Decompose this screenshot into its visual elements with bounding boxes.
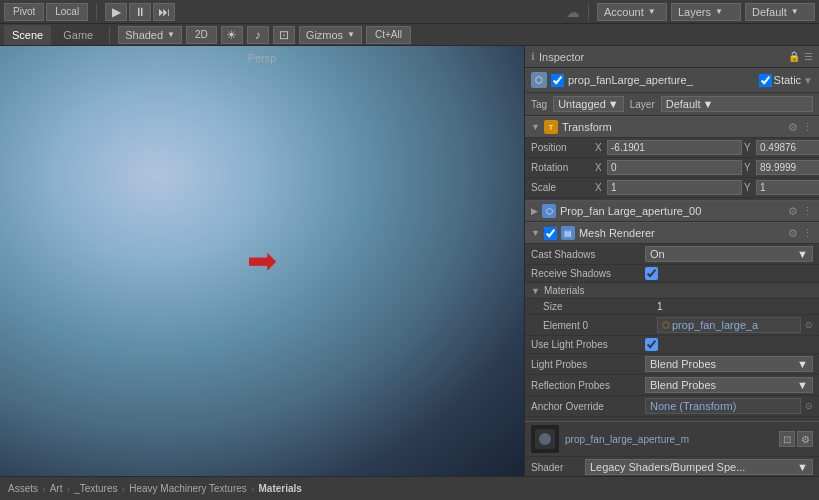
light-probes-dropdown[interactable]: Blend Probes ▼ (645, 356, 813, 372)
asset-settings-button[interactable]: ⚙ (797, 431, 813, 447)
reflection-probes-row: Reflection Probes Blend Probes ▼ (525, 375, 819, 396)
mesh-renderer-dots-icon[interactable]: ⋮ (802, 227, 813, 240)
tag-dropdown-arrow-icon: ▼ (608, 98, 619, 110)
breadcrumb-heavy[interactable]: Heavy Machinery Textures (129, 483, 247, 494)
cast-shadows-dropdown[interactable]: On ▼ (645, 246, 813, 262)
layer-dropdown[interactable]: Default ▼ (661, 96, 813, 112)
object-active-checkbox[interactable] (551, 74, 564, 87)
transform-gear-icon[interactable]: ⚙ (788, 121, 798, 134)
tab-scene[interactable]: Scene (4, 25, 51, 45)
bottom-bar: Assets › Art › _Textures › Heavy Machine… (0, 476, 819, 500)
breadcrumb-textures[interactable]: _Textures (74, 483, 117, 494)
transform-dots-icon[interactable]: ⋮ (802, 121, 813, 134)
prop-fan-icon: ⬡ (542, 204, 556, 218)
mesh-renderer-gear-icon[interactable]: ⚙ (788, 227, 798, 240)
playback-controls: ▶ ⏸ ⏭ (105, 3, 175, 21)
prop-fan-gear-icon[interactable]: ⚙ (788, 205, 798, 218)
materials-toggle-icon[interactable]: ▼ (531, 286, 540, 296)
step-button[interactable]: ⏭ (153, 3, 175, 21)
mesh-renderer-header: ▼ ▤ Mesh Renderer ⚙ ⋮ (525, 222, 819, 244)
default-arrow-icon: ▼ (791, 7, 799, 16)
asset-name[interactable]: prop_fan_large_aperture_m (565, 434, 773, 445)
play-button[interactable]: ▶ (105, 3, 127, 21)
cast-shadows-label: Cast Shadows (531, 249, 641, 260)
inspector-lock-icon[interactable]: 🔒 (788, 51, 800, 62)
size-label: Size (543, 301, 653, 312)
layers-arrow-icon: ▼ (715, 7, 723, 16)
use-light-probes-checkbox[interactable] (645, 338, 658, 351)
fx-icon[interactable]: ⊡ (273, 26, 295, 44)
light-icon[interactable]: ☀ (221, 26, 243, 44)
inspector-menu-icon[interactable]: ☰ (804, 51, 813, 62)
object-header: ⬡ prop_fanLarge_aperture_ Static ▼ (525, 68, 819, 93)
all-button[interactable]: Ct+All (366, 26, 411, 44)
static-checkbox[interactable] (759, 74, 772, 87)
scale-x-input[interactable] (607, 180, 742, 195)
mesh-renderer-icon: ▤ (561, 226, 575, 240)
inspector-info-icon: ℹ (531, 51, 535, 62)
breadcrumb-assets[interactable]: Assets (8, 483, 38, 494)
scale-xyz: X Y Z (595, 180, 819, 195)
scale-row: Scale X Y Z (525, 178, 819, 198)
default-dropdown[interactable]: Default ▼ (745, 3, 815, 21)
rotation-y-label: Y (744, 162, 754, 173)
pause-button[interactable]: ⏸ (129, 3, 151, 21)
breadcrumb-materials[interactable]: Materials (259, 483, 302, 494)
reflection-probes-dropdown[interactable]: Blend Probes ▼ (645, 377, 813, 393)
static-arrow-icon[interactable]: ▼ (803, 75, 813, 86)
account-arrow-icon: ▼ (648, 7, 656, 16)
scale-y-field: Y (744, 180, 819, 195)
shaded-dropdown[interactable]: Shaded ▼ (118, 26, 182, 44)
scale-label: Scale (531, 182, 591, 193)
position-x-input[interactable] (607, 140, 742, 155)
transform-toggle-icon[interactable]: ▼ (531, 122, 540, 132)
audio-icon[interactable]: ♪ (247, 26, 269, 44)
anchor-override-row: Anchor Override None (Transform) ⊙ (525, 396, 819, 417)
gizmos-dropdown[interactable]: Gizmos ▼ (299, 26, 362, 44)
position-xyz: X Y Z (595, 140, 819, 155)
receive-shadows-checkbox[interactable] (645, 267, 658, 280)
object-icon: ⬡ (531, 72, 547, 88)
prop-fan-dots-icon[interactable]: ⋮ (802, 205, 813, 218)
anchor-override-ref[interactable]: None (Transform) (645, 398, 801, 414)
element0-ref[interactable]: ⬡ prop_fan_large_a (657, 317, 801, 333)
tab-game[interactable]: Game (55, 25, 101, 45)
mesh-renderer-toggle-icon[interactable]: ▼ (531, 228, 540, 238)
rotation-y-field: Y (744, 160, 819, 175)
scale-y-input[interactable] (756, 180, 819, 195)
shader-dropdown[interactable]: Legacy Shaders/Bumped Spe... ▼ (585, 459, 813, 475)
position-y-field: Y (744, 140, 819, 155)
shader-arrow-icon: ▼ (797, 461, 808, 473)
separator3 (109, 26, 110, 44)
anchor-override-circle-icon[interactable]: ⊙ (805, 401, 813, 411)
2d-button[interactable]: 2D (186, 26, 217, 44)
tag-dropdown[interactable]: Untagged ▼ (553, 96, 624, 112)
scale-x-label: X (595, 182, 605, 193)
receive-shadows-label: Receive Shadows (531, 268, 641, 279)
separator1 (96, 3, 97, 21)
mesh-renderer-active-checkbox[interactable] (544, 227, 557, 240)
reflection-probes-arrow-icon: ▼ (797, 379, 808, 391)
view-toolbar: Scene Game Shaded ▼ 2D ☀ ♪ ⊡ Gizmos ▼ Ct… (0, 24, 819, 46)
breadcrumb-sep3: › (122, 483, 126, 495)
position-x-field: X (595, 140, 742, 155)
element0-ref-icon: ⬡ (662, 320, 670, 330)
rotation-y-input[interactable] (756, 160, 819, 175)
local-button[interactable]: Local (46, 3, 88, 21)
position-y-input[interactable] (756, 140, 819, 155)
element0-circle-icon[interactable]: ⊙ (805, 320, 813, 330)
asset-select-button[interactable]: ⊡ (779, 431, 795, 447)
rotation-label: Rotation (531, 162, 591, 173)
breadcrumb-art[interactable]: Art (50, 483, 63, 494)
account-dropdown[interactable]: Account ▼ (597, 3, 667, 21)
prop-fan-toggle-icon[interactable]: ▶ (531, 206, 538, 216)
light-probes-label: Light Probes (531, 359, 641, 370)
layers-dropdown[interactable]: Layers ▼ (671, 3, 741, 21)
object-name: prop_fanLarge_aperture_ (568, 74, 755, 86)
rotation-row: Rotation X Y Z (525, 158, 819, 178)
light-probes-row: Light Probes Blend Probes ▼ (525, 354, 819, 375)
layer-dropdown-arrow-icon: ▼ (703, 98, 714, 110)
rotation-x-input[interactable] (607, 160, 742, 175)
svg-point-1 (539, 433, 551, 445)
pivot-button[interactable]: Pivot (4, 3, 44, 21)
